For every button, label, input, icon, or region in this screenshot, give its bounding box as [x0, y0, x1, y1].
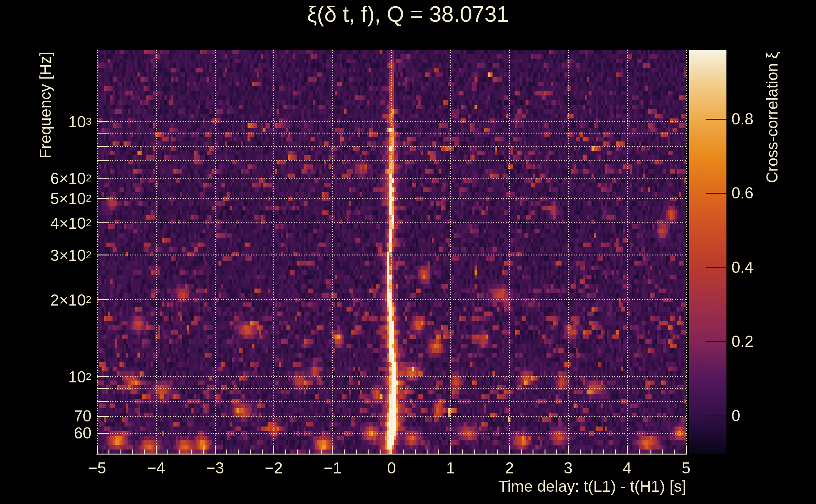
- y-tick: [97, 133, 109, 134]
- x-tick-minor: [532, 450, 533, 454]
- x-tick-minor: [167, 450, 168, 454]
- x-tick-minor: [120, 450, 121, 454]
- colorbar-tick: [706, 119, 727, 120]
- x-tick-label: 0: [366, 459, 417, 477]
- y-tick-label: 2×102: [16, 291, 91, 309]
- y-tick: [97, 178, 109, 179]
- x-tick-label: 4: [602, 459, 652, 477]
- plot-title: ξ(δ t, f), Q = 38.0731: [0, 3, 816, 26]
- x-tick-minor: [191, 450, 192, 454]
- y-tick-label: 102: [16, 368, 91, 386]
- x-gridline: [215, 50, 216, 454]
- x-tick-minor: [250, 450, 251, 454]
- x-tick-label: 5: [661, 459, 711, 477]
- x-tick-minor: [179, 450, 180, 454]
- y-gridline: [97, 198, 686, 199]
- x-tick-label: −4: [131, 459, 181, 477]
- y-tick: [97, 401, 109, 402]
- y-gridline: [97, 416, 686, 417]
- x-gridline: [273, 50, 274, 454]
- colorbar-tick-label: 0.2: [732, 333, 754, 350]
- x-gridline: [686, 50, 687, 454]
- x-tick-minor: [662, 450, 663, 454]
- colorbar-tick: [706, 193, 727, 194]
- y-gridline: [97, 160, 686, 161]
- y-gridline: [97, 133, 686, 134]
- y-tick-label: 103: [16, 113, 91, 130]
- y-tick: [97, 299, 109, 300]
- x-gridline: [391, 50, 392, 454]
- colorbar-tick-label: 0.4: [732, 259, 754, 276]
- x-gridline: [450, 50, 451, 454]
- y-gridline: [97, 376, 686, 377]
- colorbar-tick-label: 0.6: [732, 185, 754, 202]
- y-gridline: [97, 401, 686, 402]
- x-tick: [332, 446, 333, 454]
- x-tick-minor: [403, 450, 404, 454]
- y-gridline: [97, 146, 686, 147]
- x-tick-minor: [580, 450, 581, 454]
- x-tick-minor: [462, 450, 463, 454]
- colorbar-title-text: Cross-correlation ξ: [764, 51, 780, 183]
- x-tick-minor: [639, 450, 640, 454]
- y-tick: [97, 388, 109, 389]
- x-tick-minor: [438, 450, 439, 454]
- x-tick-label: 3: [543, 459, 593, 477]
- x-tick: [273, 446, 274, 454]
- x-tick: [215, 446, 216, 454]
- x-tick-minor: [474, 450, 475, 454]
- y-tick: [97, 198, 109, 199]
- y-gridline: [97, 222, 686, 223]
- x-gridline: [568, 50, 569, 454]
- x-tick: [450, 446, 451, 454]
- colorbar: [689, 50, 727, 454]
- x-gridline: [156, 50, 157, 454]
- colorbar-tick: [706, 415, 727, 416]
- x-gridline: [627, 50, 628, 454]
- colorbar-title: Cross-correlation ξ: [764, 51, 780, 183]
- x-tick-label: −1: [308, 459, 358, 477]
- x-axis-title: Time delay: t(L1) - t(H1) [s]: [371, 478, 686, 495]
- x-tick-minor: [556, 450, 557, 454]
- x-tick-minor: [603, 450, 604, 454]
- y-gridline: [97, 433, 686, 434]
- y-tick-label: 6×102: [16, 169, 91, 187]
- y-tick: [97, 376, 109, 377]
- y-gridline: [97, 388, 686, 389]
- y-tick-label: 4×102: [16, 214, 91, 232]
- x-tick-minor: [615, 450, 616, 454]
- x-tick-minor: [344, 450, 345, 454]
- colorbar-tick: [706, 267, 727, 268]
- x-tick-minor: [380, 450, 381, 454]
- x-tick-minor: [238, 450, 239, 454]
- x-tick-minor: [309, 450, 310, 454]
- x-tick-minor: [427, 450, 428, 454]
- x-tick-minor: [285, 450, 286, 454]
- x-gridline: [509, 50, 510, 454]
- y-gridline: [97, 121, 686, 122]
- x-tick-minor: [132, 450, 133, 454]
- x-tick: [686, 446, 687, 454]
- x-tick-minor: [144, 450, 145, 454]
- x-tick-minor: [368, 450, 369, 454]
- x-tick-minor: [591, 450, 592, 454]
- x-tick-label: −5: [72, 459, 122, 477]
- y-gridline: [97, 299, 686, 300]
- x-tick-minor: [321, 450, 322, 454]
- y-gridline: [97, 255, 686, 255]
- x-gridline: [97, 50, 98, 454]
- x-tick: [97, 446, 98, 454]
- colorbar-tick-label: 0: [732, 407, 740, 424]
- y-axis-title: Frequency [Hz]: [37, 50, 54, 158]
- x-gridline: [332, 50, 333, 454]
- x-tick-minor: [356, 450, 357, 454]
- x-tick-label: 2: [484, 459, 535, 477]
- y-tick: [97, 160, 109, 161]
- y-tick: [97, 433, 109, 434]
- x-tick-minor: [497, 450, 498, 454]
- y-tick-label: 3×102: [16, 246, 91, 264]
- y-tick-label: 60: [16, 425, 91, 442]
- x-tick-minor: [203, 450, 204, 454]
- x-tick: [156, 446, 157, 454]
- figure: ξ(δ t, f), Q = 38.0731 Frequency [Hz] −5…: [0, 0, 816, 504]
